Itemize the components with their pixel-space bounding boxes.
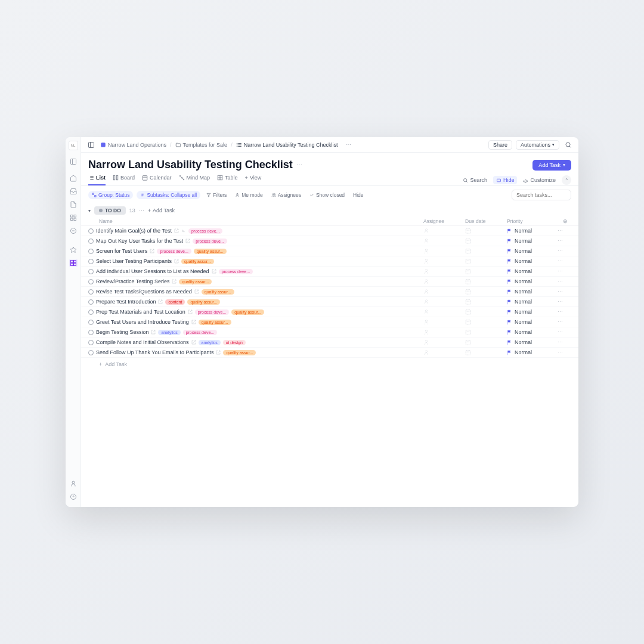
task-status-circle[interactable] bbox=[88, 350, 94, 355]
row-more-icon[interactable]: ⋯ bbox=[549, 248, 563, 254]
open-task-icon[interactable] bbox=[185, 239, 190, 243]
task-row[interactable]: Add Individual User Sessions to List as … bbox=[81, 267, 578, 277]
tag-content[interactable]: content bbox=[165, 299, 185, 305]
home-icon[interactable] bbox=[69, 174, 78, 182]
star-icon[interactable] bbox=[69, 246, 78, 254]
task-status-circle[interactable] bbox=[88, 269, 94, 274]
row-more-icon[interactable]: ⋯ bbox=[549, 228, 563, 234]
priority-cell[interactable]: Normal bbox=[507, 238, 549, 244]
open-task-icon[interactable] bbox=[150, 249, 154, 253]
task-status-circle[interactable] bbox=[88, 309, 94, 315]
open-task-icon[interactable] bbox=[158, 299, 163, 304]
task-status-circle[interactable] bbox=[88, 340, 94, 345]
view-search[interactable]: Search bbox=[463, 177, 487, 183]
priority-cell[interactable]: Normal bbox=[507, 329, 549, 335]
task-status-circle[interactable] bbox=[88, 259, 94, 264]
priority-cell[interactable]: Normal bbox=[507, 278, 549, 284]
view-hide[interactable]: Hide bbox=[493, 176, 518, 184]
priority-cell[interactable]: Normal bbox=[507, 248, 549, 254]
open-task-icon[interactable] bbox=[151, 330, 156, 335]
tag-process[interactable]: process deve... bbox=[183, 330, 217, 335]
due-date-cell[interactable] bbox=[465, 238, 507, 244]
task-status-circle[interactable] bbox=[88, 279, 94, 284]
task-row[interactable]: Begin Testing Session analyticsprocess d… bbox=[81, 327, 578, 338]
row-more-icon[interactable]: ⋯ bbox=[549, 238, 563, 244]
task-row[interactable]: Select User Testing Participants quality… bbox=[81, 256, 578, 267]
user-icon[interactable] bbox=[69, 479, 78, 488]
open-task-icon[interactable] bbox=[174, 228, 179, 233]
priority-cell[interactable]: Normal bbox=[507, 289, 549, 295]
task-row[interactable]: Send Follow Up Thank You Emails to Parti… bbox=[81, 348, 578, 358]
tab-calendar[interactable]: Calendar bbox=[142, 175, 172, 185]
due-date-cell[interactable] bbox=[465, 278, 507, 284]
tag-process[interactable]: process deve... bbox=[219, 269, 253, 274]
tab-mindmap[interactable]: Mind Map bbox=[179, 175, 210, 185]
tag-process[interactable]: process deve... bbox=[157, 249, 191, 254]
col-assignee[interactable]: Assignee bbox=[423, 218, 465, 224]
group-add-task[interactable]: +Add Task bbox=[148, 208, 175, 213]
sidebar-toggle-icon[interactable] bbox=[69, 157, 78, 166]
task-status-circle[interactable] bbox=[88, 239, 94, 244]
minus-icon[interactable] bbox=[69, 227, 78, 235]
task-row[interactable]: Compile Notes and Initial Observations a… bbox=[81, 338, 578, 348]
priority-cell[interactable]: Normal bbox=[507, 268, 549, 274]
tag-quality[interactable]: quality assur... bbox=[199, 320, 231, 325]
priority-cell[interactable]: Normal bbox=[507, 339, 549, 345]
help-icon[interactable] bbox=[69, 493, 78, 501]
breadcrumb-root[interactable]: Narrow Land Operations bbox=[100, 142, 166, 148]
due-date-cell[interactable] bbox=[465, 258, 507, 264]
row-more-icon[interactable]: ⋯ bbox=[549, 258, 563, 264]
open-task-icon[interactable] bbox=[188, 309, 193, 314]
open-task-icon[interactable] bbox=[172, 279, 177, 284]
row-more-icon[interactable]: ⋯ bbox=[549, 299, 563, 305]
tag-analytics[interactable]: analytics bbox=[158, 330, 180, 335]
row-more-icon[interactable]: ⋯ bbox=[549, 268, 563, 274]
assignee-cell[interactable] bbox=[423, 299, 465, 305]
task-row[interactable]: Map Out Key User Tasks for the Test proc… bbox=[81, 236, 578, 246]
open-task-icon[interactable] bbox=[216, 350, 221, 355]
breadcrumb-folder[interactable]: Templates for Sale bbox=[175, 142, 228, 148]
docs-icon[interactable] bbox=[69, 200, 78, 209]
priority-cell[interactable]: Normal bbox=[507, 258, 549, 264]
assignee-cell[interactable] bbox=[423, 278, 465, 284]
priority-cell[interactable]: Normal bbox=[507, 228, 549, 234]
filters-tool[interactable]: Filters bbox=[204, 191, 229, 199]
col-priority[interactable]: Priority bbox=[507, 218, 549, 224]
workspace-logo[interactable]: NL bbox=[69, 141, 78, 150]
tag-quality[interactable]: quality assur... bbox=[194, 249, 227, 254]
due-date-cell[interactable] bbox=[465, 268, 507, 274]
row-more-icon[interactable]: ⋯ bbox=[549, 349, 563, 355]
tag-analytics[interactable]: analytics bbox=[199, 340, 221, 345]
subtasks-pill[interactable]: Subtasks: Collapse all bbox=[137, 191, 200, 199]
open-task-icon[interactable] bbox=[191, 320, 196, 324]
tag-uidesign[interactable]: ui design bbox=[223, 340, 246, 345]
row-more-icon[interactable]: ⋯ bbox=[549, 309, 563, 315]
row-more-icon[interactable]: ⋯ bbox=[549, 319, 563, 325]
tag-process[interactable]: process deve... bbox=[195, 309, 229, 315]
add-task-row[interactable]: + Add Task bbox=[81, 358, 578, 371]
add-column-icon[interactable]: ⊕ bbox=[563, 218, 571, 224]
row-more-icon[interactable]: ⋯ bbox=[549, 339, 563, 345]
tab-table[interactable]: Table bbox=[217, 175, 238, 185]
tag-quality[interactable]: quality assur... bbox=[231, 309, 264, 315]
task-status-circle[interactable] bbox=[88, 320, 94, 325]
breadcrumb-current[interactable]: Narrow Land Usability Testing Checklist bbox=[236, 142, 338, 148]
due-date-cell[interactable] bbox=[465, 248, 507, 254]
assignee-cell[interactable] bbox=[423, 319, 465, 325]
assignee-cell[interactable] bbox=[423, 349, 465, 355]
inbox-icon[interactable] bbox=[69, 187, 78, 196]
due-date-cell[interactable] bbox=[465, 228, 507, 234]
col-name[interactable]: Name bbox=[88, 218, 423, 224]
assignee-cell[interactable] bbox=[423, 228, 465, 234]
status-pill[interactable]: TO DO bbox=[94, 206, 126, 215]
tag-quality[interactable]: quality assur... bbox=[187, 299, 220, 305]
task-row[interactable]: Prep Test Materials and Test Location pr… bbox=[81, 307, 578, 317]
due-date-cell[interactable] bbox=[465, 349, 507, 355]
open-task-icon[interactable] bbox=[191, 340, 196, 345]
assignee-cell[interactable] bbox=[423, 289, 465, 295]
task-row[interactable]: Revise Test Tasks/Questions as Needed qu… bbox=[81, 287, 578, 297]
due-date-cell[interactable] bbox=[465, 289, 507, 295]
tag-quality[interactable]: quality assur... bbox=[181, 259, 214, 264]
tab-list[interactable]: List bbox=[88, 175, 106, 185]
tag-quality[interactable]: quality assur... bbox=[179, 279, 212, 284]
